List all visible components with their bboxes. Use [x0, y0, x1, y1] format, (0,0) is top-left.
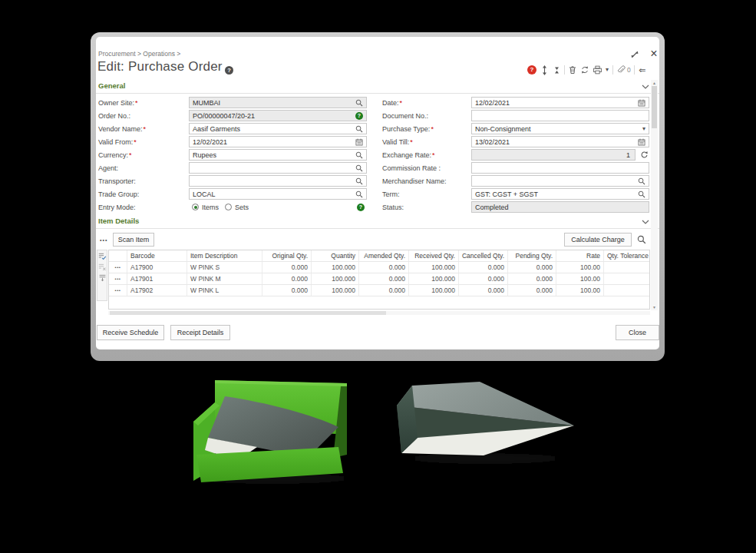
- print-icon[interactable]: [591, 65, 603, 75]
- order-no-field: PO/00000047/20-21?: [189, 110, 367, 121]
- column-header[interactable]: Pending Qty.: [508, 250, 556, 261]
- column-header[interactable]: Received Qty.: [409, 250, 459, 261]
- chevron-down-icon[interactable]: [642, 84, 649, 89]
- merchandiser-name-field[interactable]: [471, 175, 649, 187]
- agent-label: Agent:: [98, 164, 119, 172]
- cell-barcode: A17900: [127, 262, 187, 273]
- agent-field[interactable]: [189, 162, 367, 174]
- title-help-icon[interactable]: ?: [225, 66, 233, 75]
- vendor-name-field[interactable]: Aasif Garments: [189, 123, 367, 134]
- alert-help-icon[interactable]: ?: [526, 65, 538, 75]
- scroll-down-icon[interactable]: ▼: [651, 305, 658, 310]
- column-header[interactable]: Amended Qty.: [359, 250, 409, 261]
- owner-site-label: Owner Site:*: [98, 99, 138, 107]
- paperclip-icon[interactable]: [615, 65, 627, 75]
- purchase-type-select[interactable]: Non-Consignment▾: [471, 123, 649, 134]
- column-header[interactable]: Rate: [556, 250, 604, 261]
- search-icon[interactable]: [355, 177, 363, 185]
- cell-qty-tolerance: [604, 285, 650, 296]
- radio-items[interactable]: [192, 204, 199, 210]
- calendar-icon[interactable]: [355, 138, 363, 146]
- search-icon[interactable]: [355, 190, 363, 198]
- calendar-icon[interactable]: [638, 138, 645, 146]
- page-title: Edit: Purchase Order: [97, 59, 223, 75]
- radio-sets-label[interactable]: Sets: [235, 204, 249, 211]
- currency-field[interactable]: Rupees: [189, 149, 367, 161]
- chevron-down-icon[interactable]: [642, 220, 649, 224]
- resize-icon[interactable]: [630, 50, 639, 59]
- document-no-field[interactable]: [471, 110, 649, 121]
- row-menu-icon[interactable]: •••: [109, 285, 127, 296]
- valid-from-label: Valid From:*: [98, 138, 137, 146]
- help-icon[interactable]: ?: [355, 112, 363, 120]
- search-icon[interactable]: [355, 99, 363, 107]
- grid-delete-row-icon[interactable]: [98, 263, 107, 271]
- page-background: Procurement > Operations > Edit: Purchas…: [0, 0, 756, 553]
- search-icon[interactable]: [355, 125, 363, 133]
- cell-qty-tolerance: [604, 262, 650, 273]
- scan-item-button[interactable]: Scan Item: [113, 233, 154, 247]
- row-menu-icon[interactable]: •••: [109, 273, 127, 284]
- merchandiser-name-label: Merchandiser Name:: [382, 177, 447, 185]
- collapse-panel-icon[interactable]: ⇐: [636, 65, 649, 75]
- search-icon[interactable]: [638, 190, 645, 198]
- search-icon[interactable]: [355, 164, 363, 172]
- calculate-charge-button[interactable]: Calculate Charge: [564, 233, 632, 247]
- column-header[interactable]: Cancelled Qty.: [459, 250, 508, 261]
- scrollbar-thumb[interactable]: [652, 86, 657, 128]
- sync-icon[interactable]: [579, 65, 591, 75]
- trade-group-field[interactable]: LOCAL: [189, 188, 367, 200]
- scroll-up-icon[interactable]: ▲: [651, 81, 658, 85]
- table-row[interactable]: ••• A17902 W PINK L 0.000 100.000 0.000 …: [109, 285, 649, 296]
- grid-toolbar: [97, 250, 107, 301]
- horizontal-scrollbar[interactable]: [108, 311, 650, 315]
- receipt-details-button[interactable]: Receipt Details: [170, 325, 230, 340]
- refresh-icon[interactable]: [640, 151, 649, 159]
- status-field: Completed: [471, 201, 649, 213]
- receive-schedule-button[interactable]: Receive Schedule: [97, 325, 164, 340]
- transporter-field[interactable]: [189, 175, 367, 187]
- scrollbar-thumb[interactable]: [110, 311, 386, 315]
- radio-sets[interactable]: [225, 204, 232, 210]
- date-field[interactable]: 12/02/2021: [471, 97, 649, 108]
- commission-rate-field[interactable]: [471, 162, 649, 174]
- column-header[interactable]: Original Qty.: [262, 250, 312, 261]
- valid-till-field[interactable]: 13/02/2021: [471, 136, 649, 147]
- close-icon[interactable]: ×: [648, 48, 659, 60]
- cell-original-qty: 0.000: [262, 262, 312, 273]
- search-icon[interactable]: [637, 235, 646, 244]
- term-field[interactable]: GST: CGST + SGST: [471, 188, 649, 200]
- grid-menu-icon[interactable]: •••: [100, 237, 107, 243]
- print-options-caret-icon[interactable]: ▾: [603, 65, 611, 75]
- close-button[interactable]: Close: [616, 325, 659, 340]
- owner-site-field[interactable]: MUMBAI: [189, 97, 367, 108]
- collapse-sections-icon[interactable]: [550, 65, 563, 75]
- help-icon[interactable]: ?: [357, 203, 365, 211]
- grid-select-icon[interactable]: [98, 252, 107, 260]
- cell-item-description: W PINK S: [187, 262, 262, 273]
- expand-sections-icon[interactable]: [538, 65, 550, 75]
- table-row[interactable]: ••• A17901 W PINK M 0.000 100.000 0.000 …: [109, 273, 649, 285]
- search-icon[interactable]: [638, 177, 645, 185]
- column-header[interactable]: Qty. Tolerance: [604, 250, 650, 261]
- radio-items-label[interactable]: Items: [202, 204, 219, 211]
- cell-item-description: W PINK M: [187, 273, 262, 284]
- delete-icon[interactable]: [566, 65, 579, 75]
- cell-cancelled-qty: 0.000: [459, 262, 508, 273]
- table-row[interactable]: ••• A17900 W PINK S 0.000 100.000 0.000 …: [109, 262, 649, 273]
- breadcrumb[interactable]: Procurement > Operations >: [98, 50, 180, 58]
- exchange-rate-label: Exchange Rate:*: [382, 151, 435, 159]
- vertical-scrollbar[interactable]: ▲ ▼: [651, 80, 658, 310]
- column-header[interactable]: Barcode: [127, 250, 187, 261]
- trade-group-label: Trade Group:: [98, 190, 140, 198]
- search-icon[interactable]: [355, 151, 363, 159]
- column-header[interactable]: Quantity: [312, 250, 359, 261]
- column-header[interactable]: Item Description: [187, 250, 262, 261]
- term-label: Term:: [382, 190, 401, 198]
- dropdown-caret-icon[interactable]: ▾: [642, 126, 645, 132]
- row-menu-icon[interactable]: •••: [109, 262, 127, 273]
- grid-fill-down-icon[interactable]: [98, 273, 107, 282]
- valid-from-field[interactable]: 12/02/2021: [189, 136, 367, 147]
- document-no-label: Document No.:: [382, 112, 429, 120]
- calendar-icon[interactable]: [638, 99, 645, 107]
